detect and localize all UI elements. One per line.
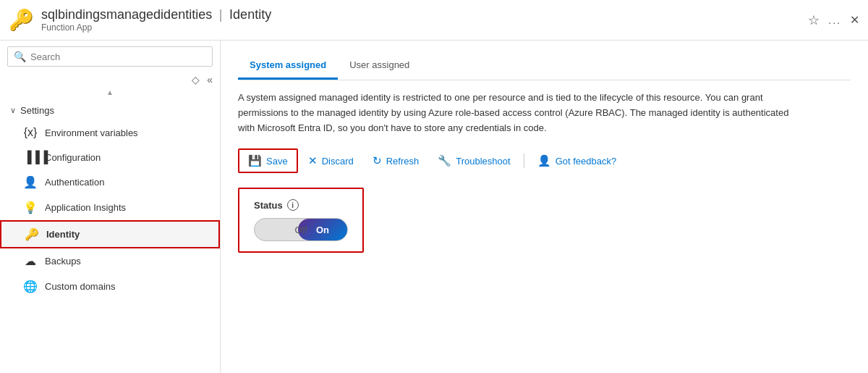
title-separator: |	[219, 7, 223, 22]
tabs-bar: System assigned User assigned	[238, 52, 851, 80]
troubleshoot-icon: 🔧	[438, 154, 451, 167]
toolbar: 💾 Save ✕ Discard ↻ Refresh 🔧 Troubleshoo…	[238, 148, 851, 173]
troubleshoot-label: Troubleshoot	[456, 156, 510, 167]
title-main: sqlbindingsmanagedidentities | Identity	[41, 7, 801, 22]
app-name: sqlbindingsmanagedidentities	[41, 7, 212, 22]
main-layout: 🔍 ◇ « ▲ ∨ Settings {x} Environment varia…	[0, 41, 868, 373]
tab-system-assigned[interactable]: System assigned	[238, 52, 338, 80]
favorite-icon[interactable]: ☆	[808, 12, 820, 28]
sidebar-item-app-insights[interactable]: 💡 Application Insights	[0, 195, 220, 220]
toggle-off-label: Off	[255, 225, 347, 235]
search-icon: 🔍	[14, 51, 26, 62]
discard-button[interactable]: ✕ Discard	[299, 150, 362, 172]
app-insights-icon: 💡	[23, 201, 38, 214]
subtitle: Function App	[41, 22, 801, 33]
backups-icon: ☁	[23, 254, 38, 268]
authentication-icon: 👤	[23, 175, 38, 189]
sidebar-item-label: Backups	[45, 256, 81, 267]
sidebar-item-label: Authentication	[45, 177, 104, 188]
close-icon[interactable]: ✕	[850, 13, 859, 27]
status-info-icon[interactable]: i	[287, 199, 299, 211]
tab-user-assigned[interactable]: User assigned	[338, 52, 421, 80]
save-button[interactable]: 💾 Save	[238, 148, 298, 173]
settings-section: ∨ Settings {x} Environment variables ▐▐▐…	[0, 98, 220, 302]
page-title: Identity	[229, 7, 271, 22]
refresh-icon: ↻	[373, 154, 382, 167]
sidebar-item-identity[interactable]: 🔑 Identity	[0, 220, 220, 248]
title-bar: 🔑 sqlbindingsmanagedidentities | Identit…	[0, 0, 868, 41]
sidebar-controls: ◇ «	[0, 72, 220, 87]
sidebar-item-label: Environment variables	[45, 127, 138, 138]
diamond-button[interactable]: ◇	[192, 74, 200, 85]
content-area: System assigned User assigned A system a…	[221, 41, 868, 373]
custom-domains-icon: 🌐	[23, 280, 38, 293]
feedback-label: Got feedback?	[556, 156, 617, 167]
sidebar-item-custom-domains[interactable]: 🌐 Custom domains	[0, 274, 220, 299]
discard-icon: ✕	[308, 154, 318, 167]
discard-label: Discard	[322, 156, 354, 167]
configuration-icon: ▐▐▐	[23, 151, 38, 164]
toolbar-divider	[524, 154, 524, 168]
app-icon: 🔑	[9, 8, 34, 32]
troubleshoot-button[interactable]: 🔧 Troubleshoot	[429, 150, 519, 172]
status-label-row: Status i	[254, 199, 348, 211]
sidebar-item-env-vars[interactable]: {x} Environment variables	[0, 120, 220, 145]
save-icon: 💾	[248, 154, 262, 167]
sidebar-item-backups[interactable]: ☁ Backups	[0, 248, 220, 274]
more-options-icon[interactable]: ...	[828, 14, 841, 26]
sidebar-item-configuration[interactable]: ▐▐▐ Configuration	[0, 145, 220, 169]
status-text: Status	[254, 200, 283, 211]
settings-label: Settings	[20, 105, 54, 116]
settings-chevron-icon: ∨	[10, 106, 16, 115]
settings-section-header[interactable]: ∨ Settings	[0, 101, 220, 120]
refresh-button[interactable]: ↻ Refresh	[364, 150, 428, 172]
search-input[interactable]	[30, 51, 206, 62]
scroll-up-indicator: ▲	[0, 87, 220, 98]
sidebar: 🔍 ◇ « ▲ ∨ Settings {x} Environment varia…	[0, 41, 221, 373]
sidebar-item-label: Application Insights	[45, 202, 126, 213]
sidebar-item-authentication[interactable]: 👤 Authentication	[0, 169, 220, 195]
save-label: Save	[266, 156, 288, 167]
env-vars-icon: {x}	[23, 126, 38, 139]
feedback-button[interactable]: 👤 Got feedback?	[529, 150, 626, 172]
identity-icon: 🔑	[25, 227, 39, 241]
feedback-icon: 👤	[537, 154, 551, 167]
sidebar-item-label: Custom domains	[45, 281, 116, 292]
title-actions: ☆ ... ✕	[808, 12, 859, 28]
description-text: A system assigned managed identity is re…	[238, 91, 802, 135]
refresh-label: Refresh	[386, 156, 420, 167]
sidebar-item-label: Identity	[46, 229, 80, 240]
sidebar-item-label: Configuration	[45, 152, 101, 163]
search-box[interactable]: 🔍	[7, 46, 213, 67]
status-toggle[interactable]: Off On	[254, 218, 348, 241]
collapse-sidebar-button[interactable]: «	[207, 74, 213, 85]
content-inner: System assigned User assigned A system a…	[221, 41, 868, 264]
status-section: Status i Off On	[238, 188, 364, 253]
title-text-group: sqlbindingsmanagedidentities | Identity …	[41, 7, 801, 33]
